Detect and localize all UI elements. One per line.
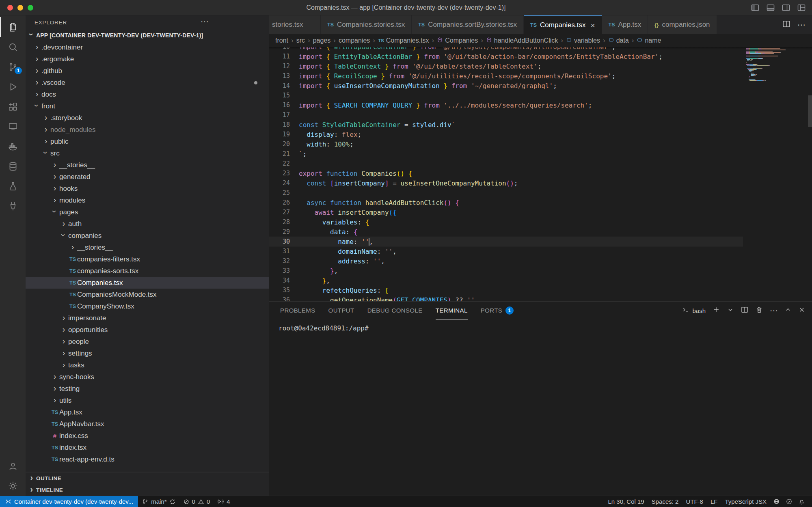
explorer-icon[interactable] <box>0 17 26 37</box>
notifications-bell-icon[interactable] <box>795 496 808 507</box>
breadcrumb-item-variables[interactable]: variables <box>566 37 600 45</box>
tree-item-app-tsx[interactable]: TSApp.tsx <box>26 406 269 418</box>
test-beaker-icon[interactable] <box>0 176 26 196</box>
tree-item-companyshow-tsx[interactable]: TSCompanyShow.tsx <box>26 300 269 312</box>
tree-item-modules[interactable]: ›modules <box>26 194 269 206</box>
code-line-29[interactable]: 29 data: { <box>269 227 743 237</box>
ports-indicator[interactable]: 4 <box>214 496 233 507</box>
tree-item-index-css[interactable]: #index.css <box>26 430 269 442</box>
outline-section[interactable]: › OUTLINE <box>26 472 269 484</box>
panel-tab-debug-console[interactable]: DEBUG CONSOLE <box>367 302 423 319</box>
code-line-14[interactable]: 14import { useInsertOneCompanyMutation }… <box>269 81 743 91</box>
code-line-32[interactable]: 32 address: '', <box>269 256 743 266</box>
globe-icon[interactable] <box>770 496 783 507</box>
tree-item-react-app-env-d-ts[interactable]: TSreact-app-env.d.ts <box>26 453 269 465</box>
tab-stories-tsx[interactable]: stories.tsx <box>269 15 321 34</box>
tree-item-companies-sorts-tsx[interactable]: TScompanies-sorts.tsx <box>26 265 269 277</box>
tree-item-storybook[interactable]: ›.storybook <box>26 112 269 124</box>
settings-icon[interactable] <box>0 476 26 496</box>
tree-item-appnavbar-tsx[interactable]: TSAppNavbar.tsx <box>26 418 269 430</box>
code-line-34[interactable]: 34 }, <box>269 276 743 285</box>
kill-terminal-icon[interactable] <box>755 306 763 315</box>
tree-item-sync-hooks[interactable]: ›sync-hooks <box>26 371 269 383</box>
tree-item-testing[interactable]: ›testing <box>26 383 269 395</box>
zoom-window-button[interactable] <box>28 5 33 11</box>
tree-item-docs[interactable]: ›docs <box>26 88 269 100</box>
split-editor-icon[interactable] <box>782 19 791 30</box>
maximize-panel-icon[interactable] <box>784 306 792 315</box>
tree-item-vscode[interactable]: ›.vscode <box>26 77 269 88</box>
close-panel-icon[interactable] <box>798 306 806 315</box>
breadcrumb-item-name[interactable]: name <box>637 37 661 45</box>
tree-item-devcontainer[interactable]: ›.devcontainer <box>26 41 269 53</box>
tree-item-opportunities[interactable]: ›opportunities <box>26 324 269 336</box>
code-editor[interactable]: 10import { WithTopBarContainer } from '@… <box>269 47 812 301</box>
more-actions-icon[interactable]: ⋯ <box>797 20 806 30</box>
search-icon[interactable] <box>0 37 26 57</box>
split-terminal-icon[interactable] <box>741 306 749 315</box>
breadcrumb-item-companies-tsx[interactable]: TSCompanies.tsx <box>378 37 429 44</box>
panel-tab-ports[interactable]: PORTS1 <box>481 302 514 319</box>
tree-item-companies-filters-tsx[interactable]: TScompanies-filters.tsx <box>26 253 269 265</box>
minimize-window-button[interactable] <box>17 5 23 11</box>
breadcrumb-item-companies[interactable]: companies <box>339 37 370 44</box>
new-terminal-icon[interactable] <box>712 306 720 315</box>
close-window-button[interactable] <box>7 5 13 11</box>
breadcrumb-item-pages[interactable]: pages <box>313 37 331 44</box>
customize-layout-icon[interactable] <box>797 3 806 13</box>
toggle-panel-icon[interactable] <box>766 3 775 13</box>
code-line-15[interactable]: 15 <box>269 91 743 100</box>
tab-app-tsx[interactable]: TSApp.tsx <box>602 15 648 34</box>
tree-item-companiesmockmode-tsx[interactable]: TSCompaniesMockMode.tsx <box>26 289 269 300</box>
code-line-23[interactable]: 23export function Companies() { <box>269 168 743 178</box>
tree-item-utils[interactable]: ›utils <box>26 395 269 406</box>
code-line-21[interactable]: 21`; <box>269 149 743 159</box>
terminal[interactable]: root@0a42ecd84891:/app# <box>269 319 812 496</box>
code-line-27[interactable]: 27 await insertCompany({ <box>269 207 743 217</box>
code-line-26[interactable]: 26 async function handleAddButtonClick()… <box>269 198 743 207</box>
breadcrumb-item-src[interactable]: src <box>296 37 305 44</box>
tree-item-node-modules[interactable]: ›node_modules <box>26 124 269 136</box>
tree-item-pages[interactable]: ›pages <box>26 206 269 218</box>
code-line-31[interactable]: 31 domainName: '', <box>269 246 743 256</box>
tree-item-tasks[interactable]: ›tasks <box>26 359 269 371</box>
plug-icon[interactable] <box>0 196 26 216</box>
panel-more-actions-icon[interactable]: ⋯ <box>770 306 778 315</box>
tab-companies-stories-tsx[interactable]: TSCompanies.stories.tsx <box>321 15 412 34</box>
breadcrumb-item-data[interactable]: data <box>608 37 629 45</box>
scrollbar-thumb[interactable] <box>808 95 812 127</box>
terminal-shell-selector[interactable]: bash <box>682 306 706 315</box>
tree-item-hooks[interactable]: ›hooks <box>26 183 269 194</box>
editor-scrollbar[interactable] <box>808 47 812 301</box>
tree-item-github[interactable]: ›.github <box>26 65 269 77</box>
tree-item-settings[interactable]: ›settings <box>26 347 269 359</box>
cursor-position[interactable]: Ln 30, Col 19 <box>604 496 648 507</box>
tab-companies-json[interactable]: {}companies.json <box>648 15 717 34</box>
code-line-35[interactable]: 35 refetchQueries: [ <box>269 285 743 295</box>
breadcrumb-item-companies[interactable]: Companies <box>437 37 478 45</box>
code-line-25[interactable]: 25 <box>269 188 743 198</box>
tree-item-impersonate[interactable]: ›impersonate <box>26 312 269 324</box>
problems-indicator[interactable]: 0 0 <box>179 496 214 507</box>
code-line-11[interactable]: 11import { EntityTableActionBar } from '… <box>269 52 743 61</box>
code-line-33[interactable]: 33 }, <box>269 266 743 276</box>
panel-tab-output[interactable]: OUTPUT <box>328 302 354 319</box>
code-line-19[interactable]: 19 display: flex; <box>269 129 743 139</box>
tree-item-companies[interactable]: ›companies <box>26 230 269 242</box>
workspace-section-header[interactable]: › APP [CONTAINER DEV-TWENTY-DEV (DEV-TWE… <box>26 29 269 41</box>
tree-item-people[interactable]: ›people <box>26 336 269 347</box>
tree-item-stories[interactable]: ›__stories__ <box>26 242 269 253</box>
panel-tab-problems[interactable]: PROBLEMS <box>280 302 315 319</box>
breadcrumb-item-handleaddbuttonclick[interactable]: handleAddButtonClick <box>486 37 558 45</box>
code-line-30[interactable]: 30 name: '', <box>269 237 743 246</box>
code-line-18[interactable]: 18const StyledTableContainer = styled.di… <box>269 120 743 129</box>
code-line-20[interactable]: 20 width: 100%; <box>269 139 743 149</box>
panel-tab-terminal[interactable]: TERMINAL <box>436 302 468 319</box>
tree-item-generated[interactable]: ›generated <box>26 171 269 183</box>
explorer-more-actions-icon[interactable]: ⋯ <box>201 15 209 29</box>
eol-sequence[interactable]: LF <box>707 496 721 507</box>
remote-indicator[interactable]: Container dev-twenty-dev (dev-twenty-dev… <box>0 496 138 507</box>
code-line-28[interactable]: 28 variables: { <box>269 217 743 227</box>
tree-item-index-tsx[interactable]: TSindex.tsx <box>26 442 269 453</box>
code-line-13[interactable]: 13import { RecoilScope } from '@/ui/util… <box>269 71 743 81</box>
